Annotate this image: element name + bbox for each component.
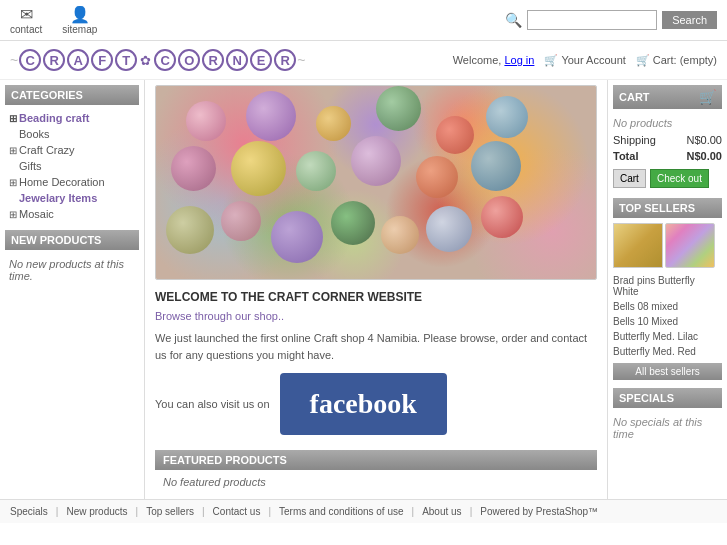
- search-input[interactable]: [527, 10, 657, 30]
- cart-section-title: CART 🛒: [613, 85, 722, 109]
- logo-curl-left: ~: [10, 52, 18, 68]
- browse-link[interactable]: Browse through our shop..: [155, 310, 597, 322]
- right-sidebar: CART 🛒 No products Shipping N$0.00 Total…: [607, 80, 727, 499]
- footer-new-products[interactable]: New products: [66, 506, 127, 517]
- logo-letter-c: C: [19, 49, 41, 71]
- logo-letter-n: N: [226, 49, 248, 71]
- sidebar-item-beading[interactable]: ⊞ Beading craft: [5, 110, 139, 126]
- contact-nav[interactable]: ✉ contact: [10, 5, 42, 35]
- bead-4: [376, 86, 421, 131]
- header-search: 🔍 Search: [505, 10, 717, 30]
- seller-item-0[interactable]: Brad pins Butterfly White: [613, 273, 722, 299]
- account-link[interactable]: 🛒 Your Account: [544, 54, 625, 67]
- logo-letter-e: E: [250, 49, 272, 71]
- cart-link[interactable]: 🛒 Cart: (empty): [636, 54, 717, 67]
- bead-13: [166, 206, 214, 254]
- footer-sep-1: |: [56, 506, 59, 517]
- search-icon: 🔍: [505, 12, 522, 28]
- seller-item-2[interactable]: Bells 10 Mixed: [613, 314, 722, 329]
- logo[interactable]: ~ C R A F T ✿ C O R N E R ~: [10, 49, 305, 71]
- sidebar-item-jewelary[interactable]: Jewelary Items: [5, 190, 139, 206]
- all-best-sellers-button[interactable]: All best sellers: [613, 363, 722, 380]
- welcome-text: Welcome, Log in: [453, 54, 535, 66]
- sidebar-item-craft-crazy[interactable]: ⊞ Craft Crazy: [5, 142, 139, 158]
- main-content: WELCOME TO THE CRAFT CORNER WEBSITE Brow…: [145, 80, 607, 499]
- sidebar-item-mosaic[interactable]: ⊞ Mosaic: [5, 206, 139, 222]
- footer-prestashop: Powered by PrestaShop™: [480, 506, 598, 517]
- cart-shipping-row: Shipping N$0.00: [613, 132, 722, 148]
- footer-top-sellers[interactable]: Top sellers: [146, 506, 194, 517]
- plus-icon-4: ⊞: [9, 209, 17, 220]
- footer-terms[interactable]: Terms and conditions of use: [279, 506, 404, 517]
- footer-sep-6: |: [470, 506, 473, 517]
- account-icon: 🛒: [544, 54, 558, 67]
- footer-about[interactable]: About us: [422, 506, 461, 517]
- no-specials-text: No specials at this time: [613, 413, 722, 443]
- footer-specials[interactable]: Specials: [10, 506, 48, 517]
- new-products-title: NEW PRODUCTS: [5, 230, 139, 250]
- sitemap-nav[interactable]: 👤 sitemap: [62, 5, 97, 35]
- bead-15: [271, 211, 323, 263]
- contact-label: contact: [10, 24, 42, 35]
- welcome-body: We just launched the first online Craft …: [155, 330, 597, 363]
- header-nav: ✉ contact 👤 sitemap: [10, 5, 97, 35]
- seller-thumb-1[interactable]: [613, 223, 663, 268]
- specials-section: SPECIALS No specials at this time: [613, 388, 722, 443]
- cart-button[interactable]: Cart: [613, 169, 646, 188]
- contact-icon: ✉: [20, 5, 33, 24]
- bead-10: [351, 136, 401, 186]
- footer-contact[interactable]: Contact us: [213, 506, 261, 517]
- bead-7: [171, 146, 216, 191]
- hero-image-inner: [156, 86, 596, 279]
- sidebar-item-gifts[interactable]: Gifts: [5, 158, 139, 174]
- sidebar-item-books[interactable]: Books: [5, 126, 139, 142]
- seller-thumb-2[interactable]: [665, 223, 715, 268]
- welcome-title: WELCOME TO THE CRAFT CORNER WEBSITE: [155, 290, 597, 304]
- logo-letter-r3: R: [274, 49, 296, 71]
- left-sidebar: CATEGORIES ⊞ Beading craft Books ⊞ Craft…: [0, 80, 145, 499]
- bead-9: [296, 151, 336, 191]
- logo-letter-a: A: [67, 49, 89, 71]
- seller-item-1[interactable]: Bells 08 mixed: [613, 299, 722, 314]
- cart-icon-header: 🛒: [636, 54, 650, 67]
- bead-2: [246, 91, 296, 141]
- logo-letter-r2: R: [202, 49, 224, 71]
- specials-title: SPECIALS: [613, 388, 722, 408]
- seller-item-3[interactable]: Butterfly Med. Lilac: [613, 329, 722, 344]
- seller-item-4[interactable]: Butterfly Med. Red: [613, 344, 722, 359]
- cart-total-row: Total N$0.00: [613, 148, 722, 164]
- sidebar-item-home-decoration[interactable]: ⊞ Home Decoration: [5, 174, 139, 190]
- logo-letter-r: R: [43, 49, 65, 71]
- bead-6: [486, 96, 528, 138]
- footer: Specials | New products | Top sellers | …: [0, 499, 727, 523]
- account-cart: 🛒 Your Account 🛒 Cart: (empty): [544, 54, 717, 67]
- logo-letter-c2: C: [154, 49, 176, 71]
- footer-sep-4: |: [268, 506, 271, 517]
- plus-icon: ⊞: [9, 113, 17, 124]
- logo-right: Welcome, Log in 🛒 Your Account 🛒 Cart: (…: [453, 54, 717, 67]
- plus-icon-3: ⊞: [9, 177, 17, 188]
- footer-sep-2: |: [136, 506, 139, 517]
- logo-curl-right: ~: [297, 52, 305, 68]
- logo-letter-f: F: [91, 49, 113, 71]
- sitemap-label: sitemap: [62, 24, 97, 35]
- login-link[interactable]: Log in: [504, 54, 534, 66]
- cart-buttons: Cart Check out: [613, 169, 722, 188]
- logo-letter-o: O: [178, 49, 200, 71]
- footer-sep-5: |: [412, 506, 415, 517]
- plus-icon-2: ⊞: [9, 145, 17, 156]
- bead-5: [436, 116, 474, 154]
- checkout-button[interactable]: Check out: [650, 169, 709, 188]
- bead-8: [231, 141, 286, 196]
- bead-3: [316, 106, 351, 141]
- top-sellers-section: TOP SELLERS Brad pins Butterfly White Be…: [613, 198, 722, 380]
- footer-sep-3: |: [202, 506, 205, 517]
- categories-title: CATEGORIES: [5, 85, 139, 105]
- facebook-button[interactable]: facebook: [280, 373, 447, 435]
- welcome-section: WELCOME TO THE CRAFT CORNER WEBSITE Brow…: [155, 290, 597, 435]
- hero-image: [155, 85, 597, 280]
- logo-letter-t: T: [115, 49, 137, 71]
- search-button[interactable]: Search: [662, 11, 717, 29]
- logo-separator: ✿: [140, 53, 151, 68]
- featured-products-title: FEATURED PRODUCTS: [155, 450, 597, 470]
